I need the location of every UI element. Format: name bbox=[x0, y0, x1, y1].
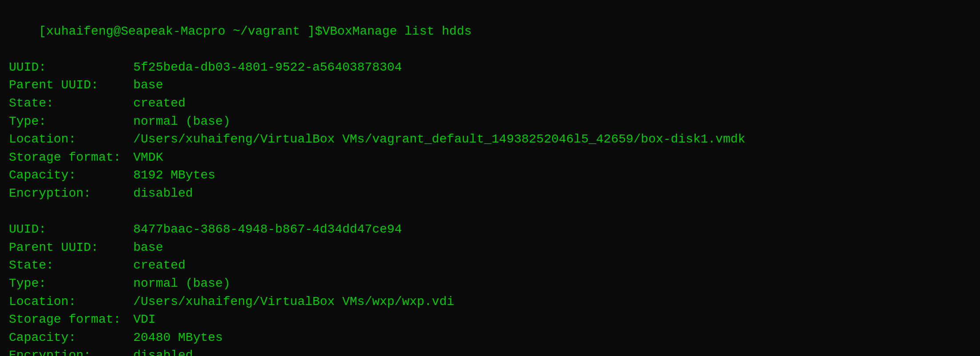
disk2-encryption-value: disabled bbox=[133, 347, 193, 356]
disk1-location-value: /Users/xuhaifeng/VirtualBox VMs/vagrant_… bbox=[133, 131, 745, 149]
disk2-encryption-line: Encryption:disabled bbox=[9, 347, 971, 356]
disk2-type-line: Type:normal (base) bbox=[9, 275, 971, 293]
disk1-type-line: Type:normal (base) bbox=[9, 113, 971, 131]
disk2-parent-uuid-line: Parent UUID:base bbox=[9, 239, 971, 257]
disk2-uuid-label: UUID: bbox=[9, 221, 133, 239]
disk1-state-line: State:created bbox=[9, 95, 971, 113]
disk1-location-line: Location:/Users/xuhaifeng/VirtualBox VMs… bbox=[9, 131, 971, 149]
disk2-location-value: /Users/xuhaifeng/VirtualBox VMs/wxp/wxp.… bbox=[133, 293, 454, 311]
disk2-state-label: State: bbox=[9, 257, 133, 275]
disk2-storage-format-label: Storage format: bbox=[9, 311, 133, 329]
disk1-location-label: Location: bbox=[9, 131, 133, 149]
disk1-storage-format-line: Storage format:VMDK bbox=[9, 149, 971, 167]
disk1-uuid-label: UUID: bbox=[9, 59, 133, 77]
prompt-text: [xuhaifeng@Seapeak-Macpro ~/vagrant ]$VB… bbox=[39, 24, 472, 38]
disk2-state-value: created bbox=[133, 257, 186, 275]
disk1-storage-format-label: Storage format: bbox=[9, 149, 133, 167]
disk1-storage-format-value: VMDK bbox=[133, 149, 163, 167]
disk1-encryption-value: disabled bbox=[133, 185, 193, 203]
prompt-line: [xuhaifeng@Seapeak-Macpro ~/vagrant ]$VB… bbox=[9, 4, 971, 59]
disk2-location-label: Location: bbox=[9, 293, 133, 311]
disk1-parent-uuid-label: Parent UUID: bbox=[9, 76, 133, 95]
disk2-capacity-label: Capacity: bbox=[9, 329, 133, 347]
disk1-state-label: State: bbox=[9, 95, 133, 113]
disk2-storage-format-value: VDI bbox=[133, 311, 155, 329]
disk2-storage-format-line: Storage format:VDI bbox=[9, 311, 971, 329]
disk2-uuid-line: UUID:8477baac-3868-4948-b867-4d34dd47ce9… bbox=[9, 221, 971, 239]
disk2-type-value: normal (base) bbox=[133, 275, 230, 293]
disk2-state-line: State:created bbox=[9, 257, 971, 275]
disk1-capacity-label: Capacity: bbox=[9, 166, 133, 185]
disk1-capacity-line: Capacity:8192 MBytes bbox=[9, 166, 971, 185]
separator-line bbox=[9, 203, 971, 221]
disk1-type-value: normal (base) bbox=[133, 113, 230, 131]
disk2-parent-uuid-value: base bbox=[133, 239, 163, 257]
terminal-window: [xuhaifeng@Seapeak-Macpro ~/vagrant ]$VB… bbox=[9, 4, 971, 356]
disk2-encryption-label: Encryption: bbox=[9, 347, 133, 356]
disk2-location-line: Location:/Users/xuhaifeng/VirtualBox VMs… bbox=[9, 293, 971, 311]
disk1-uuid-line: UUID:5f25beda-db03-4801-9522-a5640387830… bbox=[9, 59, 971, 77]
disk1-state-value: created bbox=[133, 95, 186, 113]
disk1-parent-uuid-value: base bbox=[133, 76, 163, 95]
disk2-type-label: Type: bbox=[9, 275, 133, 293]
disk2-capacity-value: 20480 MBytes bbox=[133, 329, 223, 347]
disk1-encryption-line: Encryption:disabled bbox=[9, 185, 971, 203]
disk1-encryption-label: Encryption: bbox=[9, 185, 133, 203]
disk1-parent-uuid-line: Parent UUID:base bbox=[9, 76, 971, 95]
disk2-parent-uuid-label: Parent UUID: bbox=[9, 239, 133, 257]
disk1-capacity-value: 8192 MBytes bbox=[133, 166, 215, 185]
disk2-uuid-value: 8477baac-3868-4948-b867-4d34dd47ce94 bbox=[133, 221, 402, 239]
disk1-type-label: Type: bbox=[9, 113, 133, 131]
disk1-uuid-value: 5f25beda-db03-4801-9522-a56403878304 bbox=[133, 59, 402, 77]
disk2-capacity-line: Capacity:20480 MBytes bbox=[9, 329, 971, 347]
